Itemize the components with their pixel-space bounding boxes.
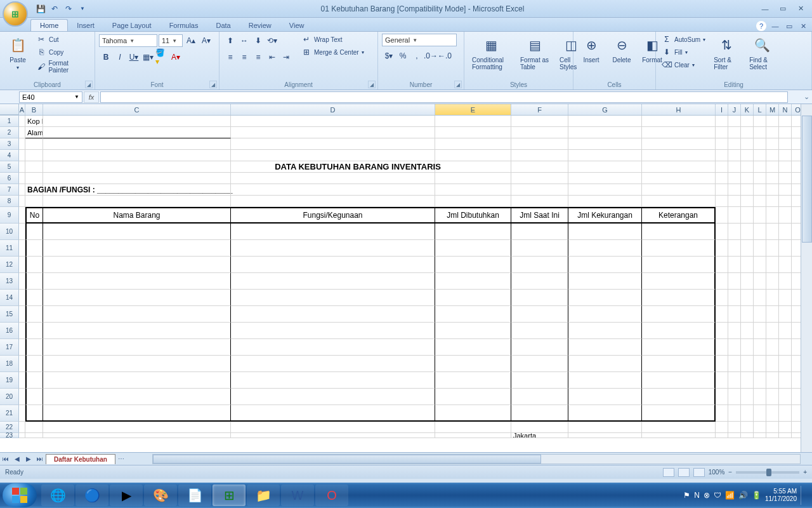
- cell[interactable]: [766, 116, 779, 127]
- cell[interactable]: [25, 173, 43, 184]
- cell[interactable]: [716, 290, 728, 306]
- row-header-15[interactable]: 15: [0, 306, 19, 323]
- cell[interactable]: [511, 240, 568, 257]
- cell[interactable]: [568, 339, 642, 356]
- cell[interactable]: [766, 138, 779, 150]
- cell[interactable]: [25, 196, 43, 207]
- format-painter-button[interactable]: 🖌Format Painter: [34, 59, 91, 74]
- cell[interactable]: [43, 290, 231, 306]
- shrink-font-button[interactable]: A▾: [199, 34, 213, 48]
- cell[interactable]: [25, 240, 43, 257]
- cell[interactable]: [435, 184, 511, 196]
- zoom-level[interactable]: 100%: [709, 469, 725, 476]
- cell[interactable]: [741, 161, 754, 173]
- name-box[interactable]: E40▼: [19, 91, 82, 103]
- cell[interactable]: [25, 138, 43, 150]
- taskbar-word-icon[interactable]: W: [281, 485, 314, 506]
- cell[interactable]: Jml Saat Ini: [511, 207, 568, 224]
- cell[interactable]: [435, 173, 511, 184]
- taskbar-chrome-icon[interactable]: 🔵: [75, 485, 108, 506]
- cell[interactable]: [19, 273, 25, 290]
- tray-onenote-icon[interactable]: N: [694, 491, 700, 500]
- cell[interactable]: [754, 433, 766, 438]
- taskbar-media-icon[interactable]: ▶: [110, 485, 143, 506]
- taskbar-opera-icon[interactable]: O: [315, 485, 348, 506]
- cell[interactable]: [435, 306, 511, 323]
- cell[interactable]: [728, 339, 741, 356]
- cell[interactable]: [766, 273, 779, 290]
- row-header-23[interactable]: 23: [0, 433, 19, 438]
- cell[interactable]: [766, 389, 779, 405]
- redo-icon[interactable]: ↷: [63, 4, 74, 14]
- cell[interactable]: [511, 323, 568, 339]
- cell[interactable]: [741, 372, 754, 389]
- cell[interactable]: [642, 224, 716, 240]
- cell[interactable]: [231, 127, 435, 138]
- merge-center-button[interactable]: ⊞Merge & Center▾: [299, 46, 366, 58]
- zoom-in-button[interactable]: +: [803, 469, 807, 476]
- cell[interactable]: [728, 161, 741, 173]
- cell[interactable]: [25, 290, 43, 306]
- cell[interactable]: [716, 240, 728, 257]
- cell[interactable]: [25, 257, 43, 273]
- cell[interactable]: [741, 290, 754, 306]
- cell[interactable]: [435, 116, 511, 127]
- start-button[interactable]: [3, 483, 37, 507]
- cell[interactable]: [728, 389, 741, 405]
- cell[interactable]: [435, 405, 511, 422]
- cell[interactable]: [511, 290, 568, 306]
- cell[interactable]: [728, 173, 741, 184]
- cell[interactable]: [642, 196, 716, 207]
- cell[interactable]: [435, 224, 511, 240]
- cell[interactable]: [43, 422, 231, 433]
- cell[interactable]: [716, 150, 728, 161]
- cell[interactable]: [43, 306, 231, 323]
- cell[interactable]: [754, 224, 766, 240]
- cell[interactable]: [716, 323, 728, 339]
- tab-home[interactable]: Home: [30, 19, 68, 31]
- cell[interactable]: [231, 372, 435, 389]
- cell[interactable]: [43, 127, 231, 138]
- cell[interactable]: [754, 422, 766, 433]
- col-header-N[interactable]: N: [779, 104, 792, 115]
- cell[interactable]: DATA KEBUTUHAN BARANG INVENTARIS: [231, 161, 435, 173]
- row-header-8[interactable]: 8: [0, 196, 19, 207]
- cell[interactable]: [766, 323, 779, 339]
- cell[interactable]: [779, 389, 792, 405]
- cell[interactable]: [642, 257, 716, 273]
- row-header-9[interactable]: 9: [0, 207, 19, 224]
- cell[interactable]: [568, 224, 642, 240]
- decrease-decimal-button[interactable]: ←.0: [438, 49, 452, 63]
- increase-decimal-button[interactable]: .0→: [424, 49, 438, 63]
- horizontal-scrollbar[interactable]: [152, 454, 801, 464]
- cell[interactable]: [642, 184, 716, 196]
- cell[interactable]: [435, 138, 511, 150]
- decrease-indent-button[interactable]: ⇤: [265, 50, 279, 64]
- cell[interactable]: [728, 356, 741, 372]
- col-header-E[interactable]: E: [435, 104, 511, 115]
- cell[interactable]: [642, 127, 716, 138]
- undo-icon[interactable]: ↶: [49, 4, 60, 14]
- cell[interactable]: [741, 422, 754, 433]
- cell[interactable]: [754, 405, 766, 422]
- cell[interactable]: [568, 196, 642, 207]
- cell[interactable]: [716, 306, 728, 323]
- cell[interactable]: [435, 240, 511, 257]
- cell[interactable]: [642, 372, 716, 389]
- cell[interactable]: [766, 240, 779, 257]
- cell[interactable]: [511, 306, 568, 323]
- zoom-out-button[interactable]: −: [728, 469, 732, 476]
- fill-color-button[interactable]: 🪣▾: [155, 50, 169, 64]
- cell[interactable]: [642, 161, 716, 173]
- vertical-scrollbar[interactable]: [801, 104, 812, 452]
- cell[interactable]: [741, 323, 754, 339]
- font-launcher[interactable]: ◢: [209, 81, 217, 88]
- cell[interactable]: [728, 240, 741, 257]
- cell[interactable]: [435, 356, 511, 372]
- cell[interactable]: [728, 150, 741, 161]
- cell[interactable]: [43, 150, 231, 161]
- cell[interactable]: [741, 207, 754, 224]
- row-header-6[interactable]: 6: [0, 173, 19, 184]
- row-header-2[interactable]: 2: [0, 127, 19, 138]
- cell[interactable]: [511, 127, 568, 138]
